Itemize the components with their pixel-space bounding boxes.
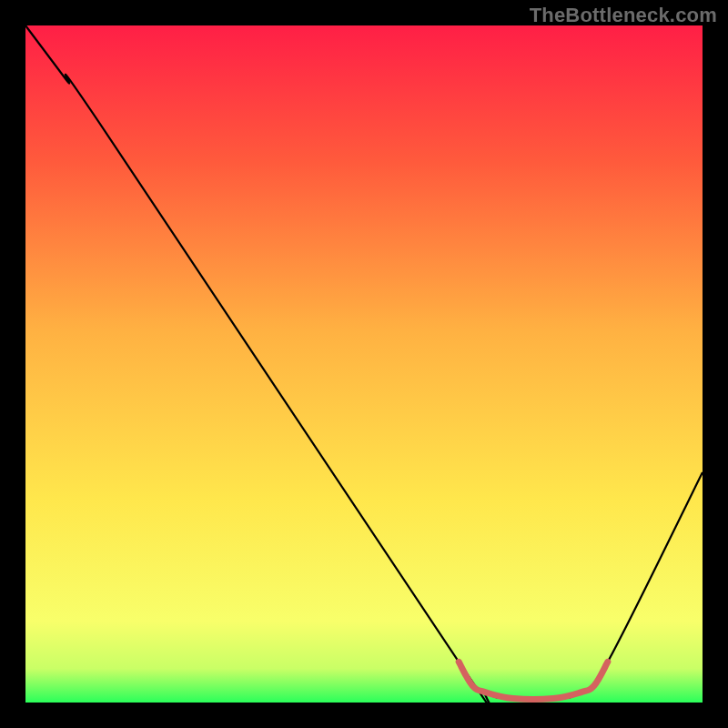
watermark-text: TheBottleneck.com (530, 4, 717, 27)
chart-container: TheBottleneck.com (0, 0, 728, 728)
bottleneck-chart (0, 0, 728, 728)
plot-background (25, 25, 703, 703)
